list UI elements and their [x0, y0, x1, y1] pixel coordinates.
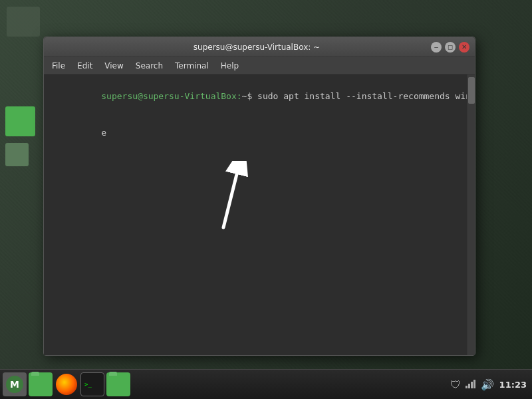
- terminal-line-2: e: [49, 115, 462, 152]
- window-controls: – ◻ ✕: [431, 42, 469, 53]
- prompt-user: supersu@supersu-VirtualBox:: [101, 91, 241, 101]
- menu-search[interactable]: Search: [130, 60, 168, 72]
- terminal-window: supersu@supersu-VirtualBox: ~ – ◻ ✕ File…: [43, 37, 475, 356]
- scrollbar-thumb[interactable]: [468, 77, 475, 104]
- terminal-continuation: e: [101, 128, 106, 138]
- mint-logo: M: [4, 374, 25, 395]
- systray-network-icon[interactable]: [465, 379, 477, 390]
- menu-view[interactable]: View: [99, 60, 128, 72]
- menu-terminal[interactable]: Terminal: [170, 60, 214, 72]
- taskbar-files2[interactable]: [106, 372, 130, 396]
- sidebar-item-2[interactable]: [5, 143, 29, 166]
- arrow-annotation: [190, 161, 257, 243]
- taskbar-firefox[interactable]: [55, 372, 78, 396]
- terminal-command: sudo apt install --install-recommends wi…: [252, 91, 467, 101]
- terminal-scrollbar[interactable]: [467, 74, 475, 355]
- desktop-icon-1: [7, 7, 40, 37]
- systray-sound-icon[interactable]: 🔊: [481, 378, 494, 391]
- prompt-tilde: ~$: [242, 91, 253, 101]
- mint-logo-inner: M: [6, 376, 23, 393]
- maximize-button[interactable]: ◻: [445, 42, 456, 53]
- files-icon: [30, 375, 51, 394]
- terminal-content[interactable]: supersu@supersu-VirtualBox:~$ sudo apt i…: [44, 74, 467, 355]
- title-bar: supersu@supersu-VirtualBox: ~ – ◻ ✕: [44, 37, 475, 57]
- close-button[interactable]: ✕: [459, 42, 469, 53]
- sidebar-item-1[interactable]: [5, 106, 35, 136]
- taskbar-left: M >_: [0, 372, 133, 396]
- terminal-taskbar-icon: >_: [82, 377, 103, 392]
- svg-line-1: [223, 174, 237, 227]
- window-title: supersu@supersu-VirtualBox: ~: [82, 43, 431, 52]
- svg-rect-2: [466, 386, 467, 388]
- taskbar-time: 11:23: [499, 380, 527, 390]
- svg-rect-5: [473, 380, 475, 388]
- desktop: supersu@supersu-VirtualBox: ~ – ◻ ✕ File…: [0, 0, 532, 399]
- systray-shield-icon[interactable]: 🛡: [450, 378, 461, 391]
- minimize-button[interactable]: –: [431, 42, 442, 53]
- svg-rect-4: [471, 382, 473, 388]
- menu-edit[interactable]: Edit: [72, 60, 98, 72]
- terminal-body: supersu@supersu-VirtualBox:~$ sudo apt i…: [44, 74, 475, 355]
- desktop-icons: [7, 7, 40, 37]
- taskbar-mint-menu[interactable]: M: [3, 372, 27, 396]
- svg-rect-3: [468, 384, 470, 388]
- taskbar-files[interactable]: [29, 372, 53, 396]
- files-icon-2: [108, 375, 129, 394]
- systray-icons: 🛡 🔊: [450, 378, 494, 391]
- firefox-icon: [56, 374, 77, 395]
- menu-file[interactable]: File: [47, 60, 70, 72]
- menu-help[interactable]: Help: [215, 60, 244, 72]
- terminal-line-1: supersu@supersu-VirtualBox:~$ sudo apt i…: [49, 78, 462, 115]
- taskbar-right: 🛡 🔊 11:23: [445, 378, 532, 391]
- menu-bar: File Edit View Search Terminal Help: [44, 57, 475, 74]
- taskbar: M >_ 🛡: [0, 369, 532, 399]
- taskbar-terminal[interactable]: >_: [80, 372, 104, 396]
